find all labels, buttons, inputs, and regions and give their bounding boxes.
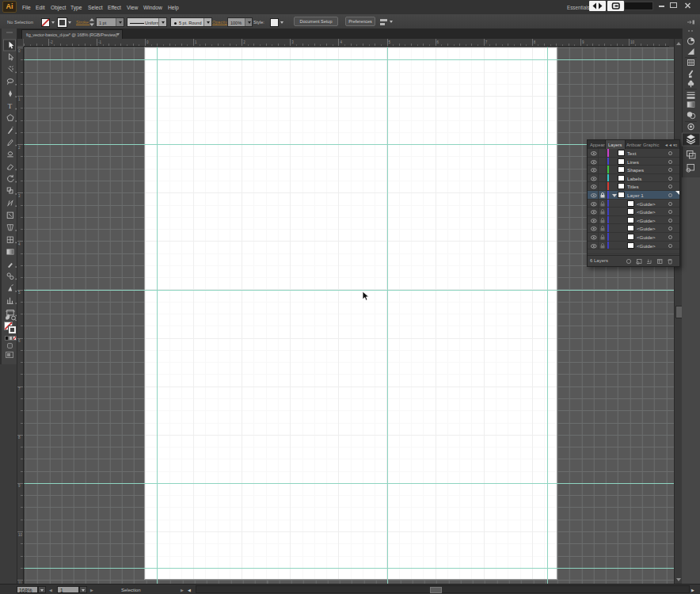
svg-text:T: T <box>8 102 13 110</box>
